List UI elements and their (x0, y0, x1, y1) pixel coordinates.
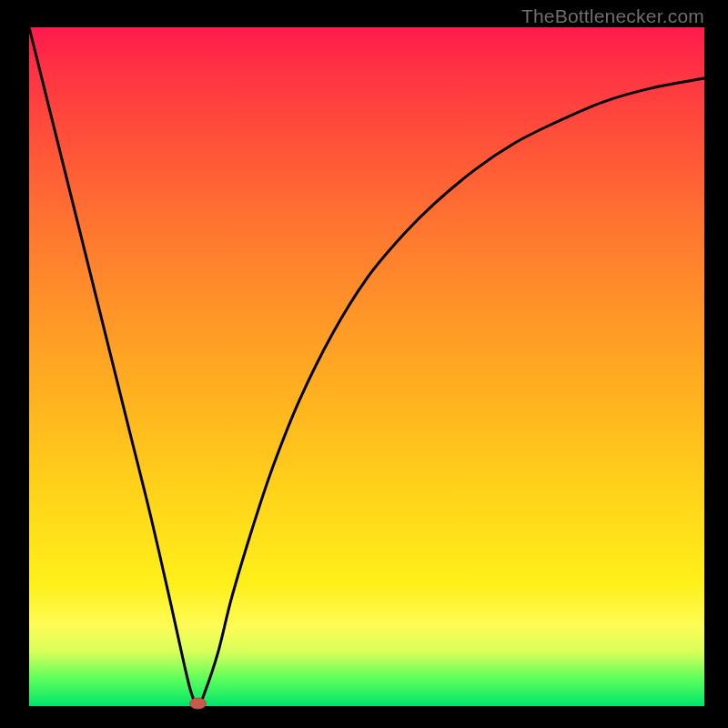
minimum-marker (190, 698, 207, 709)
bottleneck-curve (29, 27, 704, 706)
outer-frame: TheBottlenecker.com (0, 0, 728, 728)
chart-svg (0, 0, 728, 728)
